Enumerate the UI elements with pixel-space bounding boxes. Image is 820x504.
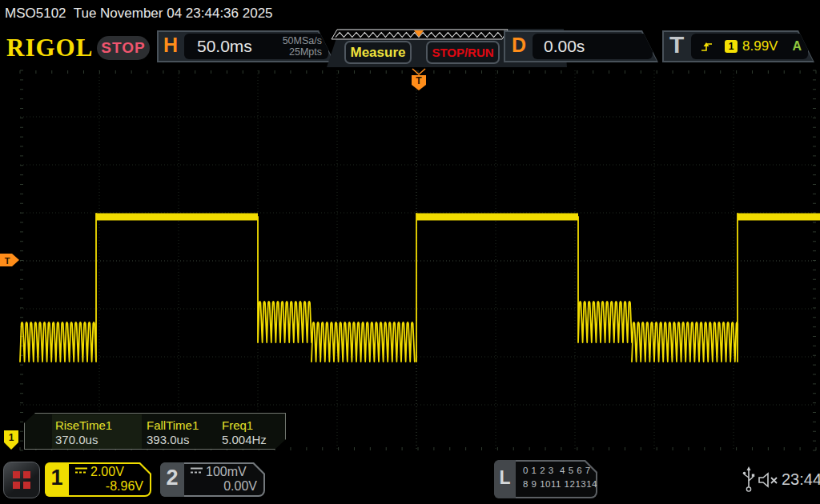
memory-position-bar[interactable]	[331, 29, 508, 40]
stop-run-button[interactable]: STOP/RUN	[426, 41, 500, 64]
trigger-level-marker[interactable]: T	[0, 254, 19, 266]
channel-1-scale: 2.00V	[90, 465, 124, 478]
svg-text:T: T	[416, 75, 422, 86]
measurement-results-box[interactable]: RiseTime1 FallTime1 Freq1 370.0us 393.0u…	[24, 413, 286, 450]
sample-rate: 50MSa/s	[283, 35, 322, 46]
usb-icon	[742, 466, 755, 494]
memory-depth: 25Mpts	[283, 46, 322, 58]
main-menu-button[interactable]	[3, 462, 40, 498]
logic-channels-row2: 8 9 1011 12131415	[523, 479, 609, 489]
dc-coupling-icon	[191, 467, 203, 474]
trigger-sweep-mode: A	[792, 39, 802, 54]
channel-2-scale: 100mV	[206, 465, 247, 478]
svg-text:1: 1	[9, 432, 14, 443]
logic-channels-block[interactable]: L 0 1 2 3 4 5 6 7 8 9 1011 12131415	[494, 460, 597, 498]
t-label: T	[669, 31, 684, 58]
trigger-position-marker[interactable]: T	[412, 69, 426, 90]
trigger-source-badge: 1	[725, 40, 738, 53]
horizontal-settings-slab[interactable]: H 50.0ms 50MSa/s 25Mpts	[157, 30, 335, 62]
acquisition-status-badge: STOP	[97, 36, 150, 60]
trigger-edge-icon	[701, 40, 713, 53]
logic-label: L	[494, 460, 516, 498]
trigger-level-value: 8.99V	[742, 38, 778, 54]
ch1-trace	[20, 214, 738, 362]
measurement-label: RiseTime1	[55, 418, 112, 432]
measurement-value: 370.0us	[55, 433, 98, 446]
delay-slab[interactable]: D 0.00s	[504, 30, 658, 62]
trigger-settings-slab[interactable]: T 1 8.99V A	[662, 30, 814, 62]
waveform-display: T T 1	[0, 67, 820, 454]
logic-channels-row1: 0 1 2 3 4 5 6 7	[523, 466, 591, 475]
measurement-value: 5.004Hz	[222, 433, 267, 446]
timebase-value: 50.0ms	[197, 37, 252, 56]
oscilloscope-screen: MSO5102 Tue November 04 23:44:36 2025 RI…	[0, 0, 820, 504]
channel-2-offset: 0.00V	[223, 479, 257, 494]
svg-text:T: T	[5, 256, 10, 266]
ch1-position-marker[interactable]: 1	[4, 430, 18, 450]
measure-button[interactable]: Measure	[344, 41, 412, 64]
delay-value: 0.00s	[544, 37, 585, 56]
titlebar-text: MSO5102 Tue November 04 23:44:36 2025	[0, 0, 820, 26]
menu-grid-icon	[13, 471, 30, 489]
speaker-muted-icon[interactable]	[758, 471, 780, 489]
channel-2-block[interactable]: 2 100mV 0.00V	[160, 462, 265, 497]
clock-time: 23:44	[782, 470, 820, 489]
rigol-logo: RIGOL	[6, 34, 93, 62]
measurement-label: Freq1	[222, 418, 253, 432]
dc-coupling-icon	[75, 467, 87, 474]
channel-2-number: 2	[160, 462, 184, 497]
channel-1-block[interactable]: 1 2.00V -8.96V	[45, 462, 151, 497]
measurement-value: 393.0us	[147, 433, 189, 446]
channel-1-number: 1	[45, 462, 69, 497]
d-label: D	[512, 34, 526, 57]
channel-1-offset: -8.96V	[106, 479, 143, 494]
measurement-label: FallTime1	[147, 418, 199, 432]
h-label: H	[163, 34, 178, 57]
